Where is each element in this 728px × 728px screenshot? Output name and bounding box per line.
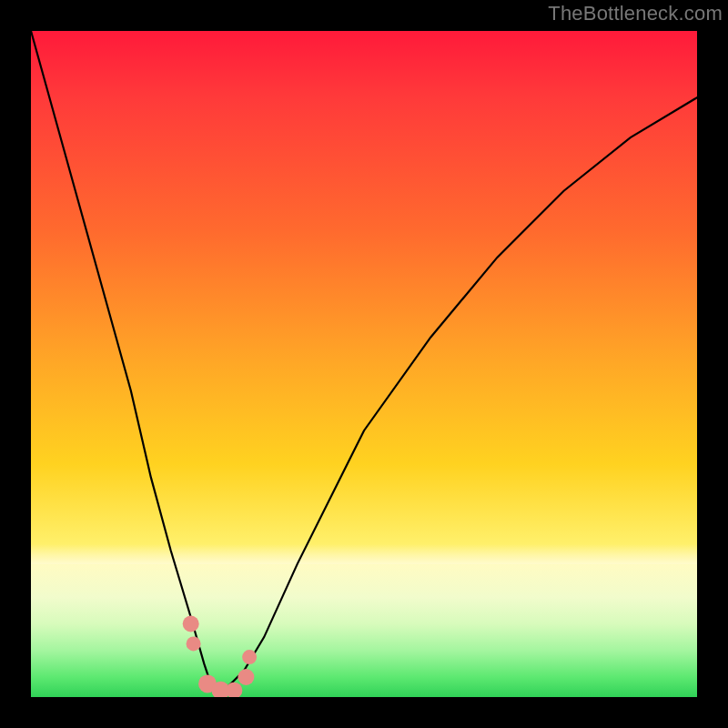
chart-frame: TheBottleneck.com	[0, 0, 728, 728]
plot-area	[31, 31, 697, 697]
marker-b	[187, 636, 201, 651]
bottleneck-curve	[31, 31, 697, 691]
marker-g	[242, 650, 257, 664]
marker-group	[183, 616, 257, 698]
curve-layer	[31, 31, 697, 697]
watermark-text: TheBottleneck.com	[548, 2, 723, 25]
marker-e	[226, 682, 242, 697]
marker-a	[183, 616, 199, 632]
marker-f	[238, 669, 254, 685]
